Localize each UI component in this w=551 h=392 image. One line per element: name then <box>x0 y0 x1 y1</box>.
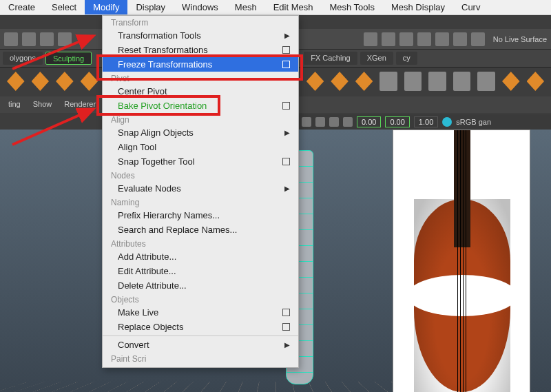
menu-item-label: Reset Transformations <box>118 45 208 55</box>
app-menubar: CreateSelectModifyDisplayWindowsMeshEdit… <box>0 0 551 15</box>
menu-item-label: Transformation Tools <box>118 30 201 41</box>
menu-item-evaluate-nodes[interactable]: Evaluate Nodes▶ <box>103 181 298 196</box>
menubar-item-curv[interactable]: Curv <box>453 0 488 14</box>
tab-sculpting[interactable]: Sculpting <box>45 52 92 65</box>
modify-menu: TransformTransformation Tools▶Reset Tran… <box>102 15 299 368</box>
menu-item-label: Search and Replace Names... <box>118 225 237 235</box>
violin-strings <box>457 130 467 392</box>
menu-item-reset-transformations[interactable]: Reset Transformations <box>103 43 298 57</box>
coord-z[interactable]: 1.00 <box>414 116 438 127</box>
tool-3-icon[interactable] <box>417 32 431 46</box>
poly-tool-9-icon[interactable] <box>502 72 520 91</box>
image-plane[interactable] <box>393 130 530 392</box>
menu-section-nodes: Nodes <box>103 169 298 181</box>
menu-item-label: Snap Together Tool <box>118 156 195 167</box>
poly-tool-6-icon[interactable] <box>428 72 446 91</box>
menu-item-freeze-transformations[interactable]: Freeze Transformations <box>103 57 298 72</box>
menu-item-delete-attribute[interactable]: Delete Attribute... <box>103 278 298 293</box>
menu-item-convert[interactable]: Convert▶ <box>103 338 298 352</box>
menu-item-label: Make Live <box>118 307 158 318</box>
tab-fxcaching[interactable]: FX Caching <box>304 52 357 65</box>
tab-cy[interactable]: cy <box>396 52 417 65</box>
poly-tool-8-icon[interactable] <box>477 72 495 91</box>
menu-section-align: Align <box>103 113 298 125</box>
viewport-status: 0.00 0.00 1.00 sRGB gan <box>296 114 551 130</box>
poly-prim-4-icon[interactable] <box>81 72 98 91</box>
grid-icon[interactable] <box>329 117 339 127</box>
poly-tool-10-icon[interactable] <box>527 72 545 91</box>
menu-item-transformation-tools[interactable]: Transformation Tools▶ <box>103 28 298 43</box>
option-box-icon[interactable] <box>282 61 290 68</box>
file-icon[interactable] <box>4 32 18 46</box>
menu-item-snap-together-tool[interactable]: Snap Together Tool <box>103 154 298 169</box>
menubar-item-mesh-tools[interactable]: Mesh Tools <box>321 0 383 14</box>
panel-tab-ting[interactable]: ting <box>3 98 26 112</box>
menu-item-label: Evaluate Nodes <box>118 183 181 194</box>
menu-item-bake-pivot-orientation[interactable]: Bake Pivot Orientation <box>103 99 298 113</box>
menu-item-replace-objects[interactable]: Replace Objects <box>103 320 298 334</box>
submenu-arrow-icon: ▶ <box>284 341 290 349</box>
option-box-icon[interactable] <box>282 309 290 316</box>
menu-item-label: Edit Attribute... <box>118 266 176 276</box>
coord-y[interactable]: 0.00 <box>385 116 409 127</box>
menu-separator <box>103 336 298 336</box>
poly-tool-2-icon[interactable] <box>331 72 349 91</box>
tab-xgen[interactable]: XGen <box>360 52 393 65</box>
poly-tool-3-icon[interactable] <box>355 72 373 91</box>
menu-item-label: Add Attribute... <box>118 251 176 262</box>
panel-tab-show[interactable]: Show <box>28 98 58 112</box>
lock-icon[interactable] <box>364 32 377 46</box>
menu-item-search-and-replace-names[interactable]: Search and Replace Names... <box>103 223 298 237</box>
tab-polygons[interactable]: olygons <box>3 52 43 65</box>
menu-item-align-tool[interactable]: Align Tool <box>103 140 298 154</box>
menubar-item-windows[interactable]: Windows <box>174 0 227 14</box>
menu-item-label: Align Tool <box>118 142 156 152</box>
menu-item-label: Snap Align Objects <box>118 127 194 138</box>
tool-4-icon[interactable] <box>435 32 449 46</box>
menu-item-label: Freeze Transformations <box>118 59 212 70</box>
tool-1-icon[interactable] <box>382 32 395 46</box>
menu-item-edit-attribute[interactable]: Edit Attribute... <box>103 264 298 278</box>
poly-tool-7-icon[interactable] <box>453 72 471 91</box>
poly-tool-1-icon[interactable] <box>306 72 324 91</box>
option-box-icon[interactable] <box>282 323 290 331</box>
save-icon[interactable] <box>22 32 36 46</box>
menubar-item-display[interactable]: Display <box>127 0 174 14</box>
menu-item-add-attribute[interactable]: Add Attribute... <box>103 249 298 264</box>
menubar-item-mesh[interactable]: Mesh <box>227 0 265 14</box>
menubar-item-select[interactable]: Select <box>43 0 85 14</box>
menu-item-snap-align-objects[interactable]: Snap Align Objects▶ <box>103 125 298 140</box>
redo-icon[interactable] <box>58 32 72 46</box>
option-box-icon[interactable] <box>282 158 290 165</box>
cam-icon[interactable] <box>343 117 353 127</box>
submenu-arrow-icon: ▶ <box>284 129 290 136</box>
poly-prim-2-icon[interactable] <box>32 72 50 91</box>
menubar-item-mesh-display[interactable]: Mesh Display <box>383 0 453 14</box>
poly-tool-4-icon[interactable] <box>380 72 397 91</box>
tool-6-icon[interactable] <box>471 32 485 46</box>
menu-item-center-pivot[interactable]: Center Pivot <box>103 84 298 99</box>
colorspace-label: sRGB gan <box>456 118 491 126</box>
menubar-item-create[interactable]: Create <box>0 0 43 14</box>
menubar-item-modify[interactable]: Modify <box>85 0 127 14</box>
option-box-icon[interactable] <box>282 102 290 110</box>
menu-section-attributes: Attributes <box>103 237 298 249</box>
submenu-arrow-icon: ▶ <box>284 32 290 39</box>
menu-item-make-live[interactable]: Make Live <box>103 305 298 320</box>
cursor-icon[interactable] <box>302 117 311 127</box>
menubar-item-edit-mesh[interactable]: Edit Mesh <box>265 0 322 14</box>
snap-icon[interactable] <box>315 117 325 127</box>
tool-5-icon[interactable] <box>453 32 467 46</box>
option-box-icon[interactable] <box>282 46 290 54</box>
panel-tab-renderer[interactable]: Renderer <box>59 98 101 112</box>
undo-icon[interactable] <box>40 32 54 46</box>
poly-tool-5-icon[interactable] <box>404 72 422 91</box>
poly-prim-1-icon[interactable] <box>7 72 25 91</box>
menu-item-prefix-hierarchy-names[interactable]: Prefix Hierarchy Names... <box>103 208 298 223</box>
poly-prim-3-icon[interactable] <box>56 72 74 91</box>
colorspace-icon[interactable] <box>442 117 452 127</box>
menu-section-pivot: Pivot <box>103 72 298 84</box>
coord-x[interactable]: 0.00 <box>357 116 381 127</box>
no-live-surface-label[interactable]: No Live Surface <box>493 35 547 43</box>
tool-2-icon[interactable] <box>399 32 413 46</box>
